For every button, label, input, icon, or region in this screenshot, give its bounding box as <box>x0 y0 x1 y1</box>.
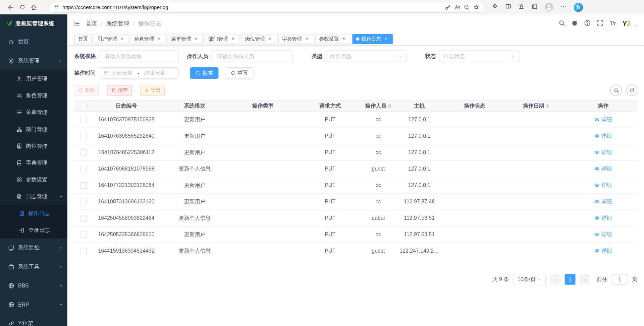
refresh-button[interactable] <box>16 1 28 13</box>
row-checkbox[interactable] <box>80 248 87 254</box>
sidebar-item-dict-mgmt[interactable]: 字典管理 <box>0 154 67 171</box>
user-logo[interactable]: YYJJ <box>623 20 630 27</box>
toggle-search-button[interactable] <box>610 84 622 96</box>
sidebar-item-log-mgmt[interactable]: 日志管理 <box>0 188 67 205</box>
goto-page-input[interactable] <box>611 274 628 285</box>
detail-link[interactable]: 详细 <box>594 132 612 140</box>
row-checkbox[interactable] <box>80 149 87 156</box>
column-date[interactable]: 操作日期 <box>503 102 569 110</box>
prev-page-button[interactable] <box>550 274 561 285</box>
close-icon[interactable] <box>230 36 236 42</box>
profile-avatar[interactable] <box>545 3 553 12</box>
sidebar-item-operation-log[interactable]: 操作日志 <box>0 205 67 221</box>
sidebar-item-param-settings[interactable]: 参数设置 <box>0 171 67 188</box>
link-icon <box>8 320 14 326</box>
delete-button[interactable]: 删除 <box>74 85 99 95</box>
sort-icon[interactable] <box>388 104 391 108</box>
refresh-table-button[interactable] <box>626 84 637 96</box>
favorite-star-icon[interactable] <box>473 4 479 10</box>
row-checkbox[interactable] <box>80 116 87 123</box>
extensions-icon[interactable] <box>492 3 498 11</box>
next-page-button[interactable] <box>580 274 590 285</box>
detail-link[interactable]: 详细 <box>594 182 612 189</box>
detail-link[interactable]: 详细 <box>594 116 612 123</box>
home-button[interactable] <box>28 1 39 13</box>
close-icon[interactable] <box>383 36 389 42</box>
help-icon[interactable] <box>584 19 591 27</box>
sidebar-item-system-tools[interactable]: 系统工具 <box>0 257 67 276</box>
sidebar-item-role-mgmt[interactable]: 角色管理 <box>0 87 67 104</box>
date-range-picker[interactable]: 开始日期 - 结束日期 <box>99 67 179 79</box>
sidebar-item-home[interactable]: 首页 <box>0 32 67 51</box>
split-screen-icon[interactable] <box>505 3 511 11</box>
tab-user-mgmt[interactable]: 用户管理 <box>94 34 128 44</box>
github-icon[interactable] <box>572 19 578 27</box>
row-checkbox[interactable] <box>80 198 87 205</box>
clear-button[interactable]: 清空 <box>107 85 132 95</box>
header-search-icon[interactable] <box>559 19 566 27</box>
search-button[interactable]: 搜索 <box>190 67 218 79</box>
tab-role-mgmt[interactable]: 角色管理 <box>130 34 165 44</box>
sidebar-item-erp[interactable]: ERP <box>0 295 67 314</box>
sidebar-item-system-mgmt[interactable]: 系统管理 <box>0 51 67 70</box>
close-icon[interactable] <box>193 36 199 42</box>
module-input[interactable] <box>104 53 174 60</box>
password-key-icon[interactable] <box>445 4 451 10</box>
tab-operation-log[interactable]: 操作日志 <box>353 34 393 44</box>
detail-link[interactable]: 详细 <box>594 149 612 156</box>
tab-menu-mgmt[interactable]: 菜单管理 <box>168 34 203 44</box>
address-bar[interactable]: https://ccnetcore.com:1101/system/log/op… <box>48 2 484 13</box>
select-all-checkbox[interactable] <box>80 103 87 109</box>
reset-button[interactable]: 重置 <box>225 67 253 79</box>
tab-post-mgmt[interactable]: 岗位管理 <box>241 34 276 44</box>
close-icon[interactable] <box>119 36 125 42</box>
browser-menu-icon[interactable] <box>560 3 566 11</box>
breadcrumb-system[interactable]: 系统管理 <box>106 20 129 27</box>
bing-icon[interactable]: b <box>573 2 583 12</box>
breadcrumb-home[interactable]: 首页 <box>86 20 97 27</box>
detail-link[interactable]: 详细 <box>594 231 612 238</box>
operator-input[interactable] <box>216 53 288 60</box>
sidebar-item-login-log[interactable]: 登录日志 <box>0 221 67 238</box>
tab-param-settings[interactable]: 参数设置 <box>315 34 350 44</box>
sidebar-item-yi-framework[interactable]: Yi框架 <box>0 314 67 326</box>
status-select[interactable]: 日志状态 <box>439 51 520 62</box>
row-checkbox[interactable] <box>80 133 87 139</box>
row-checkbox[interactable] <box>80 166 87 172</box>
sort-icon[interactable] <box>546 104 549 108</box>
detail-link[interactable]: 详细 <box>594 214 612 222</box>
sidebar-item-user-mgmt[interactable]: 用户管理 <box>0 70 67 87</box>
sidebar-item-dept-mgmt[interactable]: 部门管理 <box>0 121 67 137</box>
sidebar-item-system-monitor[interactable]: 系统监控 <box>0 238 67 257</box>
sidebar-item-menu-mgmt[interactable]: 菜单管理 <box>0 104 67 121</box>
close-icon[interactable] <box>156 36 162 42</box>
sidebar-toggle[interactable] <box>73 20 80 27</box>
detail-link[interactable]: 详细 <box>594 165 612 173</box>
page-number-1[interactable]: 1 <box>565 274 576 285</box>
font-size-icon[interactable] <box>610 19 616 27</box>
row-checkbox[interactable] <box>80 215 87 221</box>
close-icon[interactable] <box>304 36 310 42</box>
tab-dept-mgmt[interactable]: 部门管理 <box>205 34 239 44</box>
close-icon[interactable] <box>267 36 273 42</box>
tab-dict-mgmt[interactable]: 字典管理 <box>278 34 313 44</box>
type-select[interactable]: 操作类型 <box>326 51 407 62</box>
back-button[interactable] <box>5 1 16 13</box>
favorites-hub-icon[interactable] <box>518 3 524 11</box>
tab-home[interactable]: 首页 <box>74 34 92 44</box>
export-button[interactable]: 导出 <box>140 85 165 95</box>
detail-link[interactable]: 详细 <box>594 247 612 255</box>
collections-icon[interactable] <box>532 3 538 11</box>
sidebar-item-post-mgmt[interactable]: 岗位管理 <box>0 137 67 154</box>
row-checkbox[interactable] <box>80 231 87 238</box>
page-size-select[interactable]: 10条/页 <box>513 274 546 285</box>
read-aloud-icon[interactable] <box>454 4 460 10</box>
zoom-out-icon[interactable] <box>464 4 470 10</box>
fullscreen-icon[interactable] <box>597 19 604 27</box>
chevron-down-icon[interactable] <box>633 23 637 27</box>
detail-link[interactable]: 详细 <box>594 198 612 205</box>
row-checkbox[interactable] <box>80 182 87 189</box>
column-operator[interactable]: 操作人员 <box>364 102 393 110</box>
sidebar-item-bbs[interactable]: BBS <box>0 276 67 295</box>
close-icon[interactable] <box>341 36 346 42</box>
